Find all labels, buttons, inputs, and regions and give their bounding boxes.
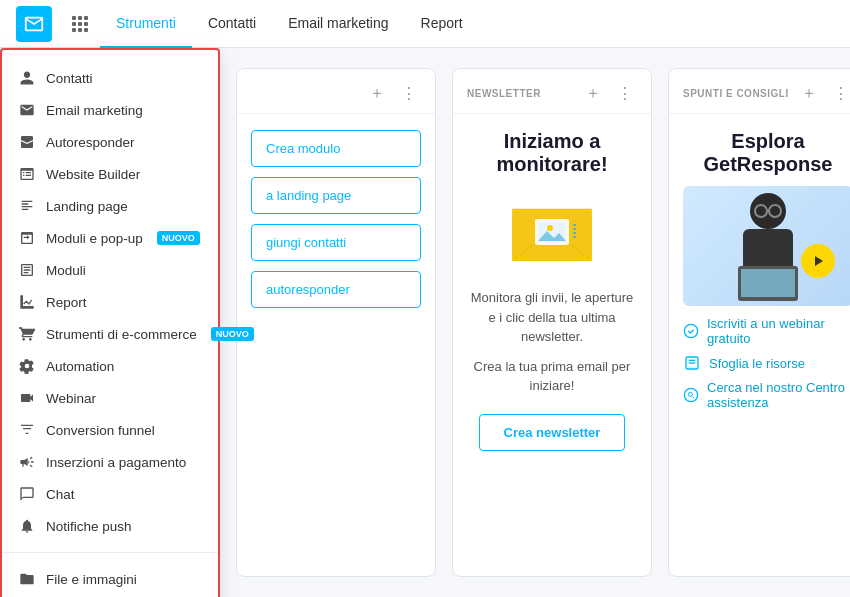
sidebar-item-report[interactable]: Report bbox=[2, 286, 218, 318]
card-strumenti: ＋ ⋮ Crea modulo a landing page giungi co… bbox=[236, 68, 436, 577]
nav-item-email-marketing[interactable]: Email marketing bbox=[272, 0, 404, 48]
sidebar-item-automation[interactable]: Automation bbox=[2, 350, 218, 382]
card-strumenti-add-btn[interactable]: ＋ bbox=[365, 81, 389, 105]
card-esplora-category: SPUNTI E CONSIGLI bbox=[683, 88, 789, 99]
apps-grid-button[interactable] bbox=[64, 8, 96, 40]
logo bbox=[16, 6, 52, 42]
nav-items: Strumenti Contatti Email marketing Repor… bbox=[100, 0, 479, 48]
card-newsletter: NEWSLETTER ＋ ⋮ Iniziamo a monitorare! bbox=[452, 68, 652, 577]
card-newsletter-header: NEWSLETTER ＋ ⋮ bbox=[453, 69, 651, 114]
card-newsletter-category: NEWSLETTER bbox=[467, 88, 541, 99]
card-newsletter-add-btn[interactable]: ＋ bbox=[581, 81, 605, 105]
svg-point-24 bbox=[684, 388, 697, 401]
landing-icon bbox=[18, 197, 36, 215]
clock-envelope-icon bbox=[18, 133, 36, 151]
btn-autoresponder[interactable]: autoresponder bbox=[251, 271, 421, 308]
sidebar-item-moduli[interactable]: Moduli bbox=[2, 254, 218, 286]
envelope-icon bbox=[18, 101, 36, 119]
circle-check-icon bbox=[683, 323, 699, 339]
card-newsletter-cta-btn[interactable]: Crea newsletter bbox=[479, 414, 626, 451]
card-newsletter-sub-desc: Crea la tua prima email per iniziare! bbox=[467, 357, 637, 396]
sidebar-item-label-website-builder: Website Builder bbox=[46, 167, 140, 182]
badge-nuovo-moduli-popup: NUOVO bbox=[157, 231, 200, 245]
play-icon bbox=[811, 254, 825, 268]
sidebar-section-secondary: File e immagini Integrazioni & API Webho… bbox=[2, 559, 218, 597]
sidebar-section-main: Contatti Email marketing Autoresponder bbox=[2, 58, 218, 546]
sidebar-item-label-report: Report bbox=[46, 295, 87, 310]
popup-icon bbox=[18, 229, 36, 247]
person-svg bbox=[718, 191, 818, 306]
esplora-link-webinar[interactable]: Iscriviti a un webinar gratuito bbox=[683, 316, 850, 346]
bell-icon bbox=[18, 517, 36, 535]
sidebar-item-label-file-immagini: File e immagini bbox=[46, 572, 137, 587]
card-esplora-add-btn[interactable]: ＋ bbox=[797, 81, 821, 105]
logo-icon bbox=[23, 13, 45, 35]
btn-landing-page[interactable]: a landing page bbox=[251, 177, 421, 214]
card-esplora-header: SPUNTI E CONSIGLI ＋ ⋮ bbox=[669, 69, 850, 114]
sidebar-item-ecommerce[interactable]: Strumenti di e-commerce NUOVO bbox=[2, 318, 218, 350]
sidebar-item-contatti[interactable]: Contatti bbox=[2, 62, 218, 94]
window-icon bbox=[18, 165, 36, 183]
esplora-link-webinar-label: Iscriviti a un webinar gratuito bbox=[707, 316, 850, 346]
content-area: ＋ ⋮ Crea modulo a landing page giungi co… bbox=[220, 48, 850, 597]
folder-icon bbox=[18, 570, 36, 588]
person-icon bbox=[18, 69, 36, 87]
sidebar-dropdown: Contatti Email marketing Autoresponder bbox=[0, 48, 220, 597]
sidebar-item-website-builder[interactable]: Website Builder bbox=[2, 158, 218, 190]
card-strumenti-actions: ＋ ⋮ bbox=[365, 81, 421, 105]
sidebar-item-autoresponder[interactable]: Autoresponder bbox=[2, 126, 218, 158]
card-esplora-menu-btn[interactable]: ⋮ bbox=[829, 81, 850, 105]
sidebar-item-notifiche-push[interactable]: Notifiche push bbox=[2, 510, 218, 542]
sidebar-item-label-email-marketing: Email marketing bbox=[46, 103, 143, 118]
sidebar-item-label-inserzioni: Inserzioni a pagamento bbox=[46, 455, 186, 470]
card-newsletter-menu-btn[interactable]: ⋮ bbox=[613, 81, 637, 105]
sidebar-item-label-notifiche-push: Notifiche push bbox=[46, 519, 132, 534]
sidebar-item-webinar[interactable]: Webinar bbox=[2, 382, 218, 414]
sidebar-item-inserzioni[interactable]: Inserzioni a pagamento bbox=[2, 446, 218, 478]
badge-nuovo-ecommerce: NUOVO bbox=[211, 327, 254, 341]
card-newsletter-title: Iniziamo a monitorare! bbox=[467, 130, 637, 176]
sidebar-item-label-moduli-popup: Moduli e pop-up bbox=[46, 231, 143, 246]
gear-icon bbox=[18, 357, 36, 375]
svg-rect-11 bbox=[573, 236, 576, 238]
webcam-icon bbox=[18, 389, 36, 407]
megaphone-icon bbox=[18, 453, 36, 471]
card-newsletter-body: Iniziamo a monitorare! bbox=[453, 114, 651, 576]
risorse-link-icon bbox=[683, 354, 701, 372]
search-circle-icon bbox=[683, 387, 699, 403]
sidebar-item-label-moduli: Moduli bbox=[46, 263, 86, 278]
card-newsletter-desc: Monitora gli invii, le aperture e i clic… bbox=[467, 288, 637, 347]
play-button[interactable] bbox=[801, 244, 835, 278]
sidebar-item-label-autoresponder: Autoresponder bbox=[46, 135, 135, 150]
btn-crea-modulo[interactable]: Crea modulo bbox=[251, 130, 421, 167]
svg-rect-18 bbox=[741, 269, 795, 297]
sidebar-item-file-immagini[interactable]: File e immagini bbox=[2, 563, 218, 595]
envelope-svg bbox=[507, 194, 597, 264]
esplora-link-assistenza[interactable]: Cerca nel nostro Centro assistenza bbox=[683, 380, 850, 410]
chart-icon bbox=[18, 293, 36, 311]
nav-item-contatti[interactable]: Contatti bbox=[192, 0, 272, 48]
svg-rect-8 bbox=[573, 224, 576, 226]
svg-rect-10 bbox=[573, 232, 576, 234]
card-strumenti-menu-btn[interactable]: ⋮ bbox=[397, 81, 421, 105]
card-esplora-actions: ＋ ⋮ bbox=[797, 81, 850, 105]
esplora-link-risorse-label: Sfoglia le risorse bbox=[709, 356, 805, 371]
nav-item-report[interactable]: Report bbox=[405, 0, 479, 48]
sidebar-item-chat[interactable]: Chat bbox=[2, 478, 218, 510]
esplora-link-risorse[interactable]: Sfoglia le risorse bbox=[683, 354, 850, 372]
sidebar-item-label-automation: Automation bbox=[46, 359, 114, 374]
card-strumenti-body: Crea modulo a landing page giungi contat… bbox=[237, 114, 435, 324]
card-esplora-title: Esplora GetResponse bbox=[683, 130, 850, 176]
sidebar-item-moduli-popup[interactable]: Moduli e pop-up NUOVO bbox=[2, 222, 218, 254]
sidebar-item-landing-page[interactable]: Landing page bbox=[2, 190, 218, 222]
nav-item-strumenti[interactable]: Strumenti bbox=[100, 0, 192, 48]
newsletter-envelope-illustration bbox=[507, 194, 597, 274]
sidebar-item-email-marketing[interactable]: Email marketing bbox=[2, 94, 218, 126]
card-esplora: SPUNTI E CONSIGLI ＋ ⋮ Esplora GetRespons… bbox=[668, 68, 850, 577]
main-layout: Contatti Email marketing Autoresponder bbox=[0, 48, 850, 597]
card-esplora-body: Esplora GetResponse bbox=[669, 114, 850, 576]
btn-aggiungi-contatti[interactable]: giungi contatti bbox=[251, 224, 421, 261]
svg-point-6 bbox=[547, 225, 553, 231]
sidebar-item-conversion-funnel[interactable]: Conversion funnel bbox=[2, 414, 218, 446]
sidebar-item-label-landing-page: Landing page bbox=[46, 199, 128, 214]
